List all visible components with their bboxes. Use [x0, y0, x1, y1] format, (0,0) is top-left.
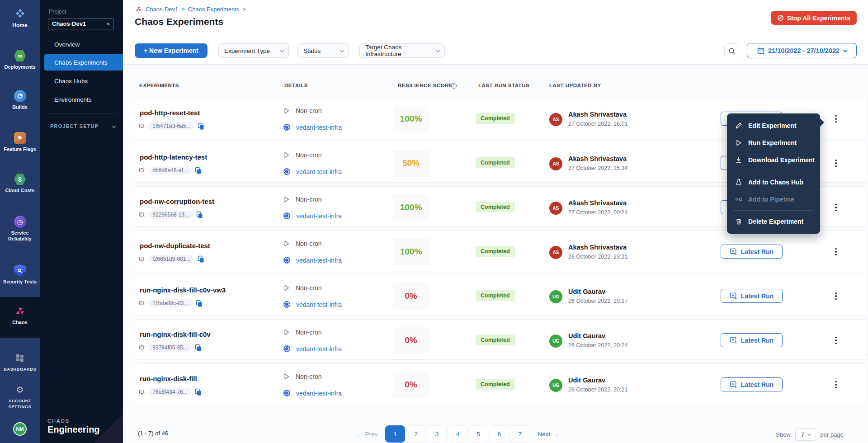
- schedule-line: Non-cron: [283, 196, 322, 203]
- infrastructure-link[interactable]: vedant-test-infra: [296, 301, 342, 308]
- per-page-select[interactable]: 7: [795, 428, 816, 441]
- updated-by-name: Udit Gaurav: [568, 288, 605, 295]
- menu-item-add-to-pipeline: Add to Pipeline: [727, 191, 820, 208]
- latest-run-button[interactable]: Latest Run: [721, 245, 783, 259]
- sidebar-item-feature-flags[interactable]: ⚑ Feature Flags: [0, 132, 40, 152]
- user-avatar-rail[interactable]: NM: [0, 422, 40, 436]
- sidebar-item-account-settings[interactable]: ⚙ ACCOUNT SETTINGS: [0, 383, 40, 410]
- resilience-score: 0%: [393, 283, 429, 310]
- row-menu-kebab[interactable]: [831, 378, 840, 391]
- page-button-5[interactable]: 5: [468, 425, 488, 443]
- breadcrumb: Chaos-Dev1 > Chaos Experiments >: [135, 5, 246, 13]
- filter-status[interactable]: Status: [297, 43, 349, 58]
- menu-item-delete-experiment[interactable]: Delete Experiment: [727, 213, 820, 230]
- breadcrumb-link-project[interactable]: Chaos-Dev1: [146, 6, 178, 13]
- experiment-name[interactable]: pod-nw-duplicate-test: [140, 242, 210, 250]
- sidebar-item-chaos-experiments[interactable]: Chaos Experiments: [44, 54, 123, 71]
- latest-run-button[interactable]: Latest Run: [721, 289, 783, 303]
- filter-target-chaos-infrastructure[interactable]: Target Chaos Infrastructure: [359, 43, 445, 58]
- row-menu-kebab[interactable]: [831, 157, 840, 170]
- updated-by-name: Akash Shrivastava: [568, 244, 627, 251]
- row-menu-kebab[interactable]: [831, 201, 840, 214]
- updated-by-name: Udit Gaurav: [568, 332, 605, 339]
- sidebar-item-label: Builds: [12, 104, 28, 110]
- menu-item-add-to-chaos-hub[interactable]: Add to Chaos Hub: [727, 174, 820, 191]
- experiment-name[interactable]: pod-http-latency-test: [140, 153, 207, 161]
- filter-experiment-type[interactable]: Experiment Type: [218, 43, 289, 58]
- play-icon: [283, 329, 290, 336]
- menu-divider: [733, 171, 814, 171]
- updated-by-name: Akash Shrivastava: [568, 199, 627, 207]
- experiment-id: 11bda88c-83...: [148, 299, 192, 307]
- sidebar-item-environments[interactable]: Environments: [40, 91, 123, 108]
- gear-icon: ⚙: [14, 383, 26, 396]
- sidebar-item-overview[interactable]: Overview: [40, 36, 123, 52]
- table-header-row: EXPERIMENTS DETAILS RESILIENCE SCORE LAS…: [123, 83, 868, 90]
- latest-run-button[interactable]: Latest Run: [721, 377, 783, 391]
- sidebar-item-dashboards[interactable]: DASHBOARDS: [0, 352, 40, 372]
- trash-icon: [735, 218, 742, 225]
- row-menu-kebab[interactable]: [831, 245, 840, 258]
- experiment-id-line: ID: f26651d9-681...: [139, 255, 204, 263]
- updated-by-date: 26 October 2022, 20:21: [568, 386, 627, 393]
- sidebar-item-builds[interactable]: Builds: [0, 90, 40, 110]
- infrastructure-link[interactable]: vedant-test-infra: [296, 124, 342, 131]
- row-menu-kebab[interactable]: [831, 113, 840, 125]
- sidebar-item-service-reliability[interactable]: ◷ Service Reliability: [0, 216, 40, 242]
- infrastructure-link[interactable]: vedant-test-infra: [296, 345, 342, 353]
- per-page-label: per page: [821, 431, 844, 438]
- sidebar-item-deployments[interactable]: ∞ Deployments: [0, 50, 40, 70]
- page-button-6[interactable]: 6: [489, 425, 509, 443]
- experiment-name[interactable]: run-nginx-disk-fill-c0v: [140, 330, 211, 338]
- infrastructure-link[interactable]: vedant-test-infra: [296, 168, 342, 175]
- sidebar-item-chaos[interactable]: Chaos: [0, 305, 40, 325]
- toolbar: + New Experiment Experiment Type Status …: [123, 34, 868, 65]
- search-button[interactable]: [724, 43, 739, 58]
- copy-icon[interactable]: [194, 344, 202, 352]
- copy-icon[interactable]: [194, 167, 202, 174]
- stop-all-experiments-button[interactable]: Stop All Experiments: [771, 11, 857, 25]
- experiment-name[interactable]: pod-http-reset-test: [140, 109, 200, 117]
- experiment-id-label: ID:: [139, 344, 146, 351]
- latest-run-button[interactable]: Latest Run: [721, 333, 783, 347]
- date-range-picker[interactable]: 21/10/2022 - 27/10/2022: [747, 43, 857, 58]
- schedule-line: Non-cron: [283, 284, 322, 292]
- project-selector[interactable]: Chaos-Dev1 »: [48, 18, 114, 29]
- page-button-3[interactable]: 3: [427, 425, 447, 443]
- copy-icon[interactable]: [195, 300, 203, 307]
- schedule-type: Non-cron: [296, 240, 322, 247]
- kubernetes-icon: [283, 123, 291, 131]
- copy-icon[interactable]: [194, 388, 202, 396]
- sidebar-item-chaos-hubs[interactable]: Chaos Hubs: [40, 73, 123, 89]
- new-experiment-button[interactable]: + New Experiment: [135, 43, 208, 58]
- service-reliability-icon: ◷: [14, 216, 26, 228]
- experiment-name[interactable]: run-nginx-disk-fill: [140, 375, 197, 382]
- menu-item-download-experiment[interactable]: Download Experiment: [727, 151, 820, 169]
- sidebar-item-label: ACCOUNT SETTINGS: [6, 398, 34, 410]
- row-menu-kebab[interactable]: [831, 290, 840, 302]
- row-menu-kebab[interactable]: [831, 334, 840, 347]
- menu-item-edit-experiment[interactable]: Edit Experiment: [727, 117, 820, 134]
- page-button-1[interactable]: 1: [385, 425, 405, 443]
- info-icon[interactable]: [451, 83, 457, 89]
- page-button-4[interactable]: 4: [448, 425, 467, 443]
- experiment-id: 76e8f434-76...: [148, 388, 191, 396]
- infrastructure-link[interactable]: vedant-test-infra: [296, 212, 342, 220]
- infrastructure-link[interactable]: vedant-test-infra: [296, 257, 342, 264]
- project-setup-toggle[interactable]: PROJECT SETUP: [50, 123, 115, 129]
- copy-icon[interactable]: [197, 123, 204, 130]
- breadcrumb-link-experiments[interactable]: Chaos Experiments: [188, 6, 239, 13]
- experiment-name[interactable]: run-nginx-disk-fill-c0v-vw3: [140, 286, 226, 294]
- experiment-name[interactable]: pod-nw-corruption-test: [140, 198, 214, 205]
- copy-icon[interactable]: [196, 211, 203, 219]
- sidebar-item-home[interactable]: Home: [0, 8, 40, 28]
- page-button-7[interactable]: 7: [510, 425, 530, 443]
- menu-item-run-experiment[interactable]: Run Experiment: [727, 134, 820, 151]
- infrastructure-link[interactable]: vedant-test-infra: [296, 390, 342, 397]
- copy-icon[interactable]: [197, 255, 204, 263]
- sidebar-item-cloud-costs[interactable]: $ Cloud Costs: [0, 173, 40, 193]
- page-button-2[interactable]: 2: [406, 425, 426, 443]
- sidebar-item-security-tests[interactable]: Security Tests: [0, 264, 40, 285]
- updated-by-date: 27 October 2022, 15:34: [568, 165, 627, 171]
- next-page-button[interactable]: Next→: [530, 431, 566, 438]
